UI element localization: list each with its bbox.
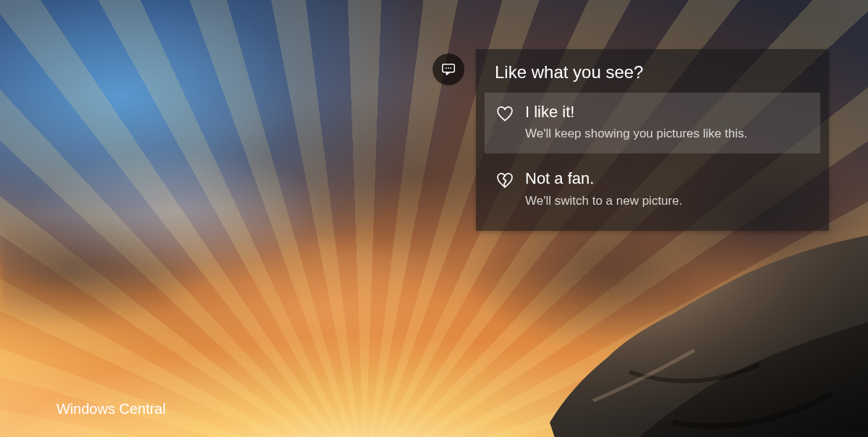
broken-heart-icon [495,171,515,191]
option-like-text: I like it! We'll keep showing you pictur… [525,103,809,142]
feedback-toggle-button[interactable] [433,54,464,85]
option-like-title: I like it! [525,103,809,122]
svg-point-2 [448,67,449,69]
spotlight-feedback-flyout: Like what you see? I like it! We'll keep… [433,49,829,231]
option-like-subtitle: We'll keep showing you pictures like thi… [525,126,809,142]
svg-point-3 [450,67,451,69]
option-dislike-text: Not a fan. We'll switch to a new picture… [525,169,809,208]
option-dislike-subtitle: We'll switch to a new picture. [525,193,809,209]
windows-central-logo-icon [14,392,48,425]
option-dislike-title: Not a fan. [525,169,809,188]
feedback-title: Like what you see? [495,62,820,82]
svg-point-1 [446,67,447,69]
feedback-card: Like what you see? I like it! We'll keep… [476,49,829,231]
heart-icon [495,104,515,124]
option-like[interactable]: I like it! We'll keep showing you pictur… [485,93,820,153]
source-watermark: Windows Central [14,392,166,425]
chat-icon [441,61,456,77]
watermark-text: Windows Central [56,401,166,417]
option-dislike[interactable]: Not a fan. We'll switch to a new picture… [485,159,820,220]
